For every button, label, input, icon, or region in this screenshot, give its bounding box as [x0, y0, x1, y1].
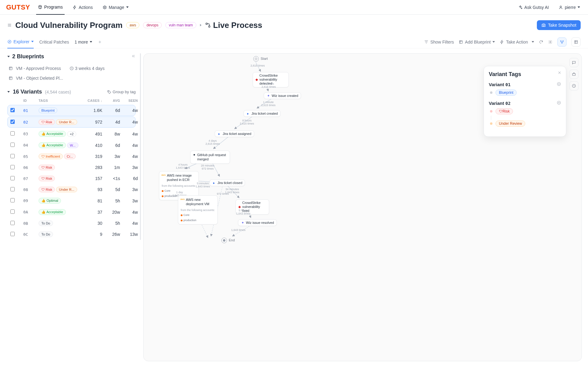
- take-snapshot-button[interactable]: Take Snapshot: [537, 20, 581, 30]
- avg-cell: 6d: [105, 143, 120, 148]
- tag-pill[interactable]: 🛡 Inefficient: [39, 154, 63, 159]
- tag-pill[interactable]: 👍 Acceptable: [39, 142, 66, 148]
- tag-pill[interactable]: +2: [67, 131, 77, 137]
- variant-row[interactable]: 08🛡 RiskUnder R...935d3w: [7, 184, 136, 195]
- view-table-button[interactable]: [571, 37, 581, 47]
- tag-pill[interactable]: 🛡 Risk: [39, 187, 55, 192]
- take-action-button[interactable]: Take Action: [500, 40, 534, 44]
- tag-pill[interactable]: 👍 Optimal: [39, 198, 61, 204]
- plus-circle-icon: [557, 101, 561, 105]
- tag-pill[interactable]: 🛡 Risk: [39, 119, 55, 125]
- header-tag-aws[interactable]: aws: [126, 22, 139, 28]
- variant-row[interactable]: 09👍 Optimal815h3w: [7, 195, 136, 206]
- th-id[interactable]: ID: [23, 99, 36, 102]
- svg-rect-14: [9, 77, 12, 79]
- variant-row[interactable]: 0A👍 Acceptable3720w4w: [7, 206, 136, 218]
- th-tags[interactable]: TAGS: [39, 99, 81, 102]
- svg-point-1: [560, 6, 562, 7]
- header-tag-vuln[interactable]: vuln man team: [165, 22, 196, 28]
- th-cases[interactable]: CASES ↓: [84, 99, 102, 102]
- flow-node-jira-assigned[interactable]: ▸ Jira ticket assigned: [215, 130, 254, 137]
- tag-pill[interactable]: To Do: [39, 232, 53, 237]
- nav-ask-ai[interactable]: Ask Gutsy AI: [516, 0, 551, 15]
- tag-pill[interactable]: Under R...: [56, 119, 77, 125]
- cases-cell: 491: [84, 132, 102, 136]
- variant-tags: 🛡 Risk: [39, 176, 81, 181]
- variant-id: 0B: [23, 221, 36, 226]
- group-by-tag-button[interactable]: Group by tag: [107, 90, 136, 94]
- tag-pill[interactable]: 🛡 Risk: [39, 176, 55, 181]
- collapse-panel-button[interactable]: [131, 53, 136, 60]
- chevron-down-icon: [90, 41, 92, 43]
- flow-node-jira-closed[interactable]: ▸ Jira ticket closed: [209, 179, 245, 186]
- variant-row[interactable]: 03👍 Acceptable+24918w4w: [7, 128, 136, 140]
- add-tag-button[interactable]: [557, 101, 561, 106]
- variants-header[interactable]: 16 Variants (4,544 cases) Group by tag: [7, 89, 136, 95]
- rail-comment-button[interactable]: [569, 58, 579, 67]
- tag-pill[interactable]: 🛡 Risk: [496, 108, 513, 114]
- flow-node-jira-created[interactable]: ▸ Jira ticket created: [243, 110, 281, 117]
- variant-checkbox[interactable]: [10, 209, 15, 214]
- nav-actions[interactable]: Actions: [71, 0, 95, 15]
- variant-id: 0A: [23, 210, 36, 214]
- flow-node-wiz-created[interactable]: ✦ Wiz issue created: [264, 92, 301, 99]
- nav-manage[interactable]: Manage: [101, 0, 130, 15]
- show-filters-button[interactable]: Show Filters: [424, 40, 454, 44]
- blueprint-item[interactable]: VM - Object Deleted Pl...: [7, 73, 136, 83]
- tab-explorer[interactable]: Explorer: [7, 36, 34, 48]
- variant-row[interactable]: 0CTo Do926w13w: [7, 229, 136, 240]
- rail-history-button[interactable]: [569, 81, 579, 90]
- variant-checkbox[interactable]: [10, 198, 15, 202]
- tag-pill[interactable]: Blueprint: [496, 90, 517, 96]
- variant-row[interactable]: 07🛡 Risk157<1s6d: [7, 173, 136, 184]
- tab-critical-patches[interactable]: Critical Patches: [39, 36, 69, 48]
- variant-checkbox[interactable]: [10, 108, 15, 112]
- tag-pill[interactable]: To Do: [39, 220, 53, 226]
- flow-node-aws-deploy[interactable]: aws AWS new deployment VM from the follo…: [178, 195, 218, 224]
- tag-pill[interactable]: 👍 Acceptable: [39, 131, 66, 137]
- variant-checkbox[interactable]: [10, 187, 15, 191]
- variant-row[interactable]: 06🛡 Risk2831m3w: [7, 162, 136, 173]
- variant-row[interactable]: 01Blueprint1.6K6d4w: [7, 105, 136, 116]
- flow-node-wiz-resolved[interactable]: ✦ Wiz issue resolved: [238, 219, 277, 226]
- tag-pill[interactable]: 🛡 Risk: [39, 165, 55, 170]
- variant-row[interactable]: 04👍 AcceptableW...4106d4w: [7, 140, 136, 151]
- nav-user-menu[interactable]: pierre: [557, 0, 582, 15]
- view-graph-button[interactable]: [557, 37, 567, 47]
- variant-checkbox[interactable]: [10, 143, 15, 147]
- tag-pill[interactable]: W...: [67, 143, 78, 148]
- header-tag-devops[interactable]: devops: [143, 22, 162, 28]
- th-avg[interactable]: AVG: [105, 99, 120, 102]
- add-tag-button[interactable]: [557, 82, 561, 87]
- close-popup-button[interactable]: [557, 71, 562, 76]
- variant-checkbox[interactable]: [10, 232, 15, 236]
- process-canvas[interactable]: Start 2,615 times ◆ CrowdStrike vulnerab…: [143, 53, 582, 361]
- tag-pill[interactable]: Under R...: [56, 187, 77, 192]
- rail-export-button[interactable]: [569, 70, 579, 79]
- variant-checkbox[interactable]: [10, 131, 15, 136]
- tag-pill[interactable]: Blueprint: [39, 108, 57, 113]
- flow-node-github-pr[interactable]: ● GitHub pull request merged: [190, 151, 230, 164]
- tabs-toolbar: Explorer Critical Patches 1 more Show Fi…: [0, 36, 588, 48]
- settings-button[interactable]: [548, 40, 552, 44]
- tag-pill[interactable]: 👍 Acceptable: [39, 209, 66, 215]
- tag-pill[interactable]: Under Review: [496, 121, 525, 127]
- variant-checkbox[interactable]: [10, 221, 15, 225]
- variant-row[interactable]: 05🛡 InefficientCr...3193w4w: [7, 151, 136, 162]
- tag-pill[interactable]: Cr...: [64, 154, 76, 159]
- variant-checkbox[interactable]: [10, 154, 15, 158]
- refresh-button[interactable]: [539, 40, 543, 44]
- tab-more[interactable]: 1 more: [74, 36, 92, 48]
- tab-add[interactable]: [98, 36, 102, 48]
- hamburger-icon[interactable]: [7, 23, 12, 27]
- th-seen[interactable]: SEEN: [123, 99, 138, 102]
- variant-checkbox[interactable]: [10, 176, 15, 180]
- variant-row[interactable]: 0BTo Do305h4w: [7, 218, 136, 229]
- blueprint-item[interactable]: VM - Approved Process 3 weeks 4 days: [7, 63, 136, 73]
- blueprints-header[interactable]: 2 Blueprints: [7, 53, 136, 60]
- variant-row[interactable]: 02🛡 RiskUnder R...9724d4w: [7, 117, 136, 128]
- variant-checkbox[interactable]: [10, 165, 15, 169]
- nav-programs[interactable]: Programs: [36, 0, 65, 15]
- add-blueprint-button[interactable]: Add Blueprint: [459, 40, 495, 44]
- variant-checkbox[interactable]: [10, 120, 15, 124]
